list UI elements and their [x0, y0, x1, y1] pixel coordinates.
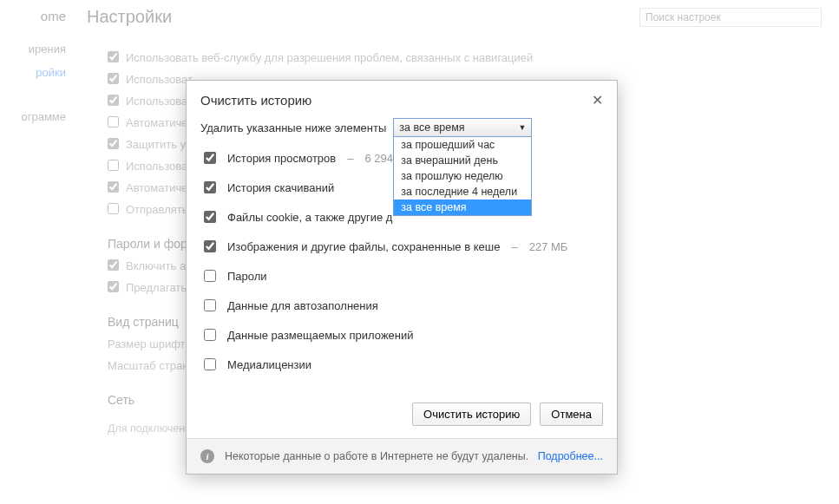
item-checkbox-browsing[interactable] — [204, 152, 216, 164]
dropdown-option[interactable]: за прошлую неделю — [394, 168, 531, 184]
cancel-button[interactable]: Отмена — [540, 403, 603, 426]
item-label: Пароли — [227, 270, 267, 283]
time-range-dropdown: за прошедший час за вчерашний день за пр… — [393, 136, 532, 216]
dialog-prompt: Удалить указанные ниже элементы — [200, 121, 386, 134]
learn-more-link[interactable]: Подробнее... — [538, 450, 603, 462]
clear-history-dialog: Очистить историю ✕ Удалить указанные ниж… — [186, 80, 618, 475]
item-checkbox-downloads[interactable] — [204, 181, 216, 193]
item-checkbox-autofill[interactable] — [204, 299, 216, 311]
dropdown-option[interactable]: за прошедший час — [394, 137, 531, 153]
item-size: 227 МБ — [529, 240, 568, 253]
info-icon: i — [200, 449, 214, 463]
item-label: Изображения и другие файлы, сохраненные … — [227, 240, 500, 253]
item-count: 6 294 — [364, 152, 393, 165]
dropdown-option-selected[interactable]: за все время — [394, 200, 531, 215]
footer-text: Некоторые данные о работе в Интернете не… — [225, 450, 528, 462]
item-label: Файлы cookie, а также другие д — [227, 211, 392, 224]
item-checkbox-cache[interactable] — [204, 240, 216, 252]
dialog-title: Очистить историю — [200, 93, 311, 108]
item-label: Данные для автозаполнения — [227, 299, 378, 312]
close-icon[interactable]: ✕ — [592, 94, 603, 108]
item-checkbox-hosted-apps[interactable] — [204, 329, 216, 341]
chevron-down-icon: ▼ — [518, 123, 526, 132]
item-checkbox-media-licenses[interactable] — [204, 358, 216, 370]
select-value: за все время — [399, 121, 464, 134]
item-label: Медиалицензии — [227, 358, 311, 371]
item-label: История скачиваний — [227, 181, 334, 194]
item-checkbox-cookies[interactable] — [204, 211, 216, 223]
item-label: История просмотров — [227, 152, 336, 165]
item-checkbox-passwords[interactable] — [204, 270, 216, 282]
dropdown-option[interactable]: за вчерашний день — [394, 153, 531, 168]
dropdown-option[interactable]: за последние 4 недели — [394, 184, 531, 200]
clear-history-button[interactable]: Очистить историю — [412, 403, 531, 426]
item-label: Данные размещаемых приложений — [227, 329, 414, 342]
time-range-select[interactable]: за все время ▼ — [393, 118, 532, 137]
